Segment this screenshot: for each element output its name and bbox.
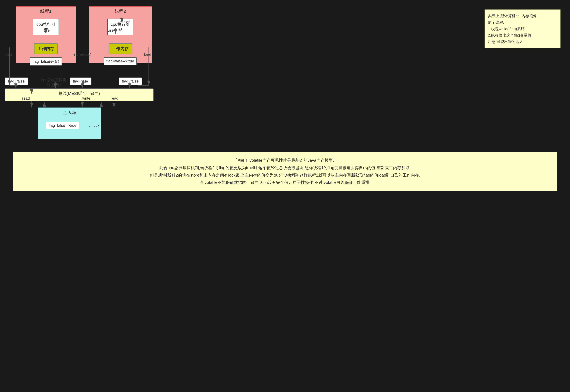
use2-label: use <box>108 28 114 33</box>
thread1-flag: flag=false(丢弃) <box>30 57 62 66</box>
flag-box-right: flag=false <box>119 77 142 85</box>
note1-text: 实际上,跟计算机cpu内存很像... 两个线程: 1.线程while(!flag… <box>488 13 557 45</box>
store-lock-label: store(lock) <box>74 52 91 56</box>
thread1-label: 线程1 <box>16 7 76 14</box>
cpu-snoop-label: cpu总线嗅探机制(监听) <box>40 77 68 88</box>
use1-label: use <box>44 28 50 33</box>
thread2-box: 线程2 cpu执行引擎 工作内存 flag=false-->true <box>89 6 152 63</box>
read1-label: read <box>22 96 30 100</box>
load1-label: load <box>5 52 12 56</box>
thread1-box: 线程1 cpu执行引擎 工作内存 flag=false(丢弃) <box>16 6 76 63</box>
note-box-1: 实际上,跟计算机cpu内存很像... 两个线程: 1.线程while(!flag… <box>484 10 560 48</box>
main-memory-label: 主内存 <box>38 108 101 119</box>
thread2-label: 线程2 <box>89 7 152 14</box>
note2-text: 说白了,volatile内存可见性就是最基础的Java内存模型. 配合cpu总线… <box>21 157 549 186</box>
flag-box-left: flag=false <box>5 77 28 85</box>
thread2-workmem: 工作内存 <box>108 43 132 54</box>
main-memory-flag: flag=false-->true <box>46 122 79 129</box>
thread1-cpu: cpu执行引擎 <box>33 19 59 35</box>
assign-label: assign <box>120 20 130 24</box>
thread2-flag: flag=false-->true <box>104 57 137 65</box>
load2-label: load <box>144 52 151 56</box>
read2-label: read <box>111 96 118 100</box>
main-memory-box: 主内存 flag=false-->true unlock <box>38 108 101 139</box>
unlock-label: unlock <box>89 123 99 128</box>
arrows-overlay <box>0 0 570 392</box>
flag-box-middle: flag=true <box>70 77 91 85</box>
write-label: write <box>82 96 90 100</box>
thread1-workmem: 工作内存 <box>34 43 58 54</box>
note-box-2: 说白了,volatile内存可见性就是最基础的Java内存模型. 配合cpu总线… <box>13 152 557 191</box>
